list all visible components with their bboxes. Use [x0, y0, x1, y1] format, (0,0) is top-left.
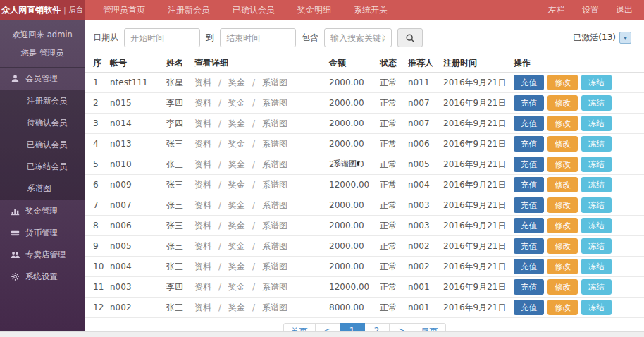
- recharge-button[interactable]: 充值: [514, 136, 544, 152]
- profile-link[interactable]: 资料: [194, 180, 211, 190]
- genealogy-link[interactable]: 系谱图: [262, 221, 287, 231]
- recharge-button[interactable]: 充值: [514, 238, 544, 254]
- profile-link[interactable]: 资料: [194, 282, 211, 292]
- edit-button[interactable]: 修改: [547, 177, 578, 192]
- edit-button[interactable]: 修改: [547, 238, 578, 254]
- edit-button[interactable]: 修改: [547, 197, 578, 213]
- recharge-button[interactable]: 充值: [514, 300, 544, 315]
- sidebar-item-bonus[interactable]: 奖金管理: [0, 200, 85, 222]
- profile-link[interactable]: 资料: [194, 200, 211, 210]
- genealogy-link[interactable]: 系谱图: [262, 302, 287, 312]
- search-button[interactable]: [397, 28, 423, 47]
- keyword-input[interactable]: [324, 28, 392, 47]
- edit-button[interactable]: 修改: [547, 300, 578, 315]
- recharge-button[interactable]: 充值: [514, 279, 544, 295]
- topnav-item-4[interactable]: 奖金明细: [286, 0, 342, 20]
- freeze-button[interactable]: 冻结: [581, 75, 612, 90]
- profile-link[interactable]: 资料: [194, 159, 211, 169]
- edit-button[interactable]: 修改: [547, 279, 578, 295]
- bonus-link[interactable]: 奖金: [228, 241, 245, 251]
- sidebar-item-currency[interactable]: 货币管理: [0, 222, 85, 244]
- topnav-item-2[interactable]: 注册新会员: [156, 0, 221, 20]
- freeze-button[interactable]: 冻结: [581, 279, 612, 295]
- bonus-link[interactable]: 奖金: [228, 282, 245, 292]
- logout-link[interactable]: 退出: [607, 0, 641, 20]
- profile-link[interactable]: 资料: [194, 118, 211, 128]
- profile-link[interactable]: 资料: [194, 139, 211, 149]
- freeze-button[interactable]: 冻结: [581, 218, 612, 233]
- edit-button[interactable]: 修改: [547, 157, 578, 172]
- edit-button[interactable]: 修改: [547, 218, 578, 233]
- left-panel-link[interactable]: 左栏: [540, 0, 574, 20]
- edit-button[interactable]: 修改: [547, 136, 578, 152]
- profile-link[interactable]: 资料: [194, 98, 211, 108]
- sidebar-subitem-confirmed-member[interactable]: 已确认会员: [0, 134, 85, 156]
- recharge-button[interactable]: 充值: [514, 75, 544, 90]
- recharge-button[interactable]: 充值: [514, 177, 544, 192]
- settings-link[interactable]: 设置: [574, 0, 607, 20]
- freeze-button[interactable]: 冻结: [581, 95, 612, 111]
- genealogy-link[interactable]: 系谱图: [262, 139, 287, 149]
- bonus-link[interactable]: 奖金: [228, 221, 245, 231]
- sidebar-item-members[interactable]: 会员管理: [0, 68, 85, 90]
- page-prev[interactable]: <: [315, 323, 340, 331]
- genealogy-link[interactable]: 系谱图: [262, 78, 287, 87]
- recharge-button[interactable]: 充值: [514, 95, 544, 111]
- bonus-link[interactable]: 奖金: [228, 78, 245, 87]
- date-from-input[interactable]: [124, 28, 200, 47]
- recharge-button[interactable]: 充值: [514, 116, 544, 131]
- sidebar-subitem-pending-member[interactable]: 待确认会员: [0, 112, 85, 134]
- sidebar-item-stores[interactable]: 专卖店管理: [0, 244, 85, 266]
- freeze-button[interactable]: 冻结: [581, 300, 612, 315]
- genealogy-link[interactable]: 系谱图: [262, 159, 287, 169]
- freeze-button[interactable]: 冻结: [581, 177, 612, 192]
- sidebar-subitem-register-member[interactable]: 注册新会员: [0, 90, 85, 112]
- sidebar-subitem-genealogy[interactable]: 系谱图: [0, 178, 85, 200]
- edit-button[interactable]: 修改: [547, 116, 578, 131]
- freeze-button[interactable]: 冻结: [581, 136, 612, 152]
- bonus-link[interactable]: 奖金: [228, 159, 245, 169]
- profile-link[interactable]: 资料: [194, 78, 211, 87]
- genealogy-link[interactable]: 系谱图: [262, 98, 287, 108]
- topnav-item-1[interactable]: 管理员首页: [92, 0, 156, 20]
- sidebar-subitem-frozen-member[interactable]: 已冻结会员: [0, 156, 85, 178]
- page-last[interactable]: 尾页: [414, 323, 446, 331]
- topnav-item-3[interactable]: 已确认会员: [221, 0, 286, 20]
- page-2[interactable]: 2: [364, 323, 390, 331]
- freeze-button[interactable]: 冻结: [581, 197, 612, 213]
- freeze-button[interactable]: 冻结: [581, 116, 612, 131]
- page-1[interactable]: 1: [340, 323, 365, 331]
- date-to-input[interactable]: [220, 28, 296, 47]
- recharge-button[interactable]: 充值: [514, 197, 544, 213]
- edit-button[interactable]: 修改: [547, 95, 578, 111]
- bonus-link[interactable]: 奖金: [228, 98, 245, 108]
- bonus-link[interactable]: 奖金: [228, 302, 245, 312]
- recharge-button[interactable]: 充值: [514, 157, 544, 172]
- recharge-button[interactable]: 充值: [514, 259, 544, 274]
- status-filter-select[interactable]: 已激活(13) ▾: [573, 32, 631, 44]
- edit-button[interactable]: 修改: [547, 75, 578, 90]
- bonus-link[interactable]: 奖金: [228, 262, 245, 271]
- topnav-item-5[interactable]: 系统开关: [342, 0, 399, 20]
- sidebar-item-system[interactable]: 系统设置: [0, 266, 85, 288]
- freeze-button[interactable]: 冻结: [581, 259, 612, 274]
- genealogy-link[interactable]: 系谱图: [262, 262, 287, 271]
- genealogy-link[interactable]: 系谱图: [262, 200, 287, 210]
- recharge-button[interactable]: 充值: [514, 218, 544, 233]
- genealogy-link[interactable]: 系谱图: [262, 118, 287, 128]
- profile-link[interactable]: 资料: [194, 221, 211, 231]
- page-first[interactable]: 首页: [283, 323, 316, 331]
- genealogy-link[interactable]: 系谱图: [262, 241, 287, 251]
- freeze-button[interactable]: 冻结: [581, 238, 612, 254]
- edit-button[interactable]: 修改: [547, 259, 578, 274]
- bonus-link[interactable]: 奖金: [228, 180, 245, 190]
- genealogy-link[interactable]: 系谱图: [262, 180, 287, 190]
- bonus-link[interactable]: 奖金: [228, 118, 245, 128]
- genealogy-link[interactable]: 系谱图: [262, 282, 287, 292]
- profile-link[interactable]: 资料: [194, 302, 211, 312]
- freeze-button[interactable]: 冻结: [581, 157, 612, 172]
- page-next[interactable]: >: [389, 323, 414, 331]
- bonus-link[interactable]: 奖金: [228, 200, 245, 210]
- bonus-link[interactable]: 奖金: [228, 139, 245, 149]
- profile-link[interactable]: 资料: [194, 241, 211, 251]
